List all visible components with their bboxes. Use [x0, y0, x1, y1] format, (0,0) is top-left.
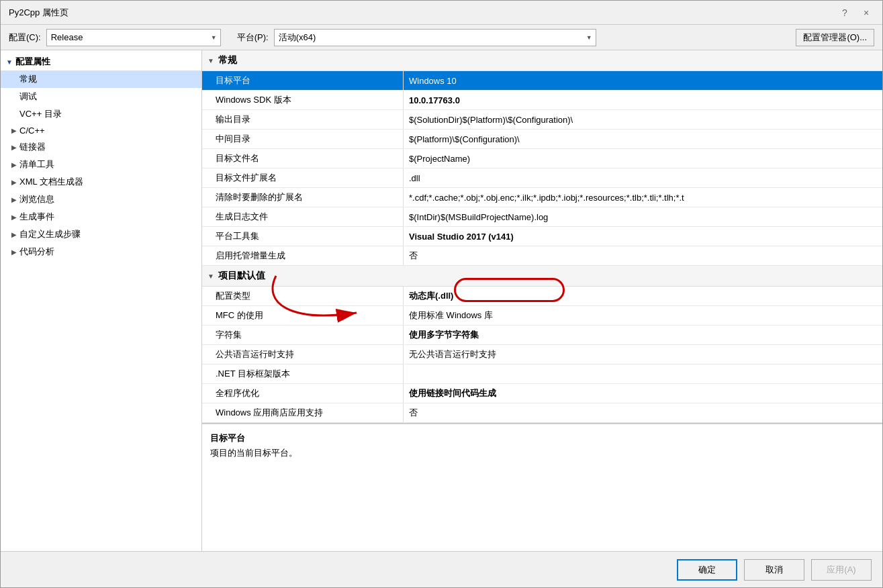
prop-value-0-2: $(SolutionDir)$(Platform)\$(Configuratio… — [404, 110, 882, 129]
expandable-label: 链接器 — [19, 141, 46, 153]
description-area: 目标平台 项目的当前目标平台。 — [202, 423, 882, 477]
description-text: 项目的当前目标平台。 — [210, 447, 874, 459]
sidebar-section-label: 配置属性 — [15, 56, 50, 68]
section-triangle-0: ▼ — [207, 57, 214, 64]
prop-name-0-8: 平台工具集 — [202, 227, 404, 246]
prop-name-0-1: Windows SDK 版本 — [202, 91, 404, 109]
section-header-1[interactable]: ▼项目默认值 — [202, 266, 882, 287]
prop-row-0-2[interactable]: 输出目录$(SolutionDir)$(Platform)\$(Configur… — [202, 110, 882, 130]
apply-button[interactable]: 应用(A) — [811, 559, 872, 581]
property-section-0: ▼常规目标平台Windows 10Windows SDK 版本10.0.1776… — [202, 50, 882, 266]
sidebar-expandable-9[interactable]: ▶自定义生成步骤 — [1, 226, 201, 243]
expandable-label: 生成事件 — [19, 211, 54, 223]
prop-name-0-7: 生成日志文件 — [202, 207, 404, 226]
expandable-triangle: ▶ — [11, 144, 17, 151]
config-select-wrapper: Release — [46, 29, 221, 46]
prop-value-0-5: .dll — [404, 168, 882, 187]
sidebar-item-0[interactable]: 常规 — [1, 70, 201, 88]
expandable-label: XML 文档生成器 — [19, 176, 83, 188]
prop-row-0-6[interactable]: 清除时要删除的扩展名*.cdf;*.cache;*.obj;*.obj.enc;… — [202, 188, 882, 207]
sidebar-expandable-10[interactable]: ▶代码分析 — [1, 243, 201, 260]
prop-value-1-1: 使用标准 Windows 库 — [404, 306, 882, 325]
sidebar-expandable-4[interactable]: ▶链接器 — [1, 138, 201, 156]
config-manager-button[interactable]: 配置管理器(O)... — [796, 29, 874, 46]
right-panel: ▼常规目标平台Windows 10Windows SDK 版本10.0.1776… — [202, 50, 882, 551]
prop-row-0-8[interactable]: 平台工具集Visual Studio 2017 (v141) — [202, 227, 882, 246]
prop-value-0-0: Windows 10 — [404, 71, 882, 90]
sidebar-item-1[interactable]: 调试 — [1, 88, 201, 105]
prop-name-0-4: 目标文件名 — [202, 149, 404, 168]
description-title: 目标平台 — [210, 432, 874, 444]
config-select[interactable]: Release — [46, 29, 221, 46]
expandable-triangle: ▶ — [11, 127, 17, 134]
prop-value-0-9: 否 — [404, 246, 882, 265]
prop-row-0-5[interactable]: 目标文件扩展名.dll — [202, 168, 882, 188]
platform-select-wrapper: 活动(x64) — [274, 29, 596, 46]
prop-value-1-5: 使用链接时间代码生成 — [404, 384, 882, 403]
expandable-triangle: ▶ — [11, 196, 17, 203]
prop-name-0-3: 中间目录 — [202, 130, 404, 148]
prop-row-1-5[interactable]: 全程序优化使用链接时间代码生成 — [202, 384, 882, 403]
sidebar-expandable-6[interactable]: ▶XML 文档生成器 — [1, 173, 201, 191]
prop-row-0-3[interactable]: 中间目录$(Platform)\$(Configuration)\ — [202, 130, 882, 149]
expandable-label: 清单工具 — [19, 158, 54, 170]
expandable-triangle: ▶ — [11, 213, 17, 221]
prop-row-1-6[interactable]: Windows 应用商店应用支持否 — [202, 403, 882, 423]
prop-name-1-5: 全程序优化 — [202, 384, 404, 403]
expandable-label: 浏览信息 — [19, 193, 54, 205]
platform-select[interactable]: 活动(x64) — [274, 29, 596, 46]
section-title-0: 常规 — [218, 54, 237, 66]
property-section-1: ▼项目默认值配置类型动态库(.dll)MFC 的使用使用标准 Windows 库… — [202, 266, 882, 423]
prop-value-0-7: $(IntDir)$(MSBuildProjectName).log — [404, 207, 882, 226]
prop-name-0-2: 输出目录 — [202, 110, 404, 129]
prop-name-1-6: Windows 应用商店应用支持 — [202, 403, 404, 422]
prop-name-1-0: 配置类型 — [202, 287, 404, 305]
prop-value-1-2: 使用多字节字符集 — [404, 326, 882, 344]
prop-value-1-0: 动态库(.dll) — [404, 287, 882, 305]
prop-row-0-9[interactable]: 启用托管增量生成否 — [202, 246, 882, 266]
prop-row-0-7[interactable]: 生成日志文件$(IntDir)$(MSBuildProjectName).log — [202, 207, 882, 227]
prop-name-1-1: MFC 的使用 — [202, 306, 404, 325]
prop-name-1-2: 字符集 — [202, 326, 404, 344]
prop-name-0-0: 目标平台 — [202, 71, 404, 90]
prop-value-0-4: $(ProjectName) — [404, 149, 882, 168]
sidebar-item-2[interactable]: VC++ 目录 — [1, 105, 201, 123]
cancel-button[interactable]: 取消 — [744, 559, 804, 581]
prop-value-0-6: *.cdf;*.cache;*.obj;*.obj.enc;*.ilk;*.ip… — [404, 188, 882, 207]
expandable-triangle: ▶ — [11, 248, 17, 256]
expandable-label: C/C++ — [19, 126, 45, 136]
sidebar-section-header[interactable]: ▼ 配置属性 — [1, 53, 201, 70]
expandable-triangle: ▶ — [11, 179, 17, 186]
prop-row-1-4[interactable]: .NET 目标框架版本 — [202, 364, 882, 384]
prop-row-0-0[interactable]: 目标平台Windows 10 — [202, 71, 882, 91]
ok-button[interactable]: 确定 — [677, 559, 737, 581]
prop-row-0-1[interactable]: Windows SDK 版本10.0.17763.0 — [202, 91, 882, 110]
prop-row-1-0[interactable]: 配置类型动态库(.dll) — [202, 287, 882, 306]
prop-name-0-6: 清除时要删除的扩展名 — [202, 188, 404, 207]
sidebar-expandable-8[interactable]: ▶生成事件 — [1, 208, 201, 226]
help-button[interactable]: ? — [837, 6, 853, 19]
prop-row-1-3[interactable]: 公共语言运行时支持无公共语言运行时支持 — [202, 345, 882, 364]
expandable-label: 代码分析 — [19, 246, 54, 258]
prop-name-0-9: 启用托管增量生成 — [202, 246, 404, 265]
prop-name-1-3: 公共语言运行时支持 — [202, 345, 404, 364]
prop-row-1-2[interactable]: 字符集使用多字节字符集 — [202, 326, 882, 345]
sidebar: ▼ 配置属性 常规调试VC++ 目录▶C/C++▶链接器▶清单工具▶XML 文档… — [1, 50, 202, 551]
section-header-0[interactable]: ▼常规 — [202, 50, 882, 71]
prop-name-1-4: .NET 目标框架版本 — [202, 364, 404, 383]
sidebar-expandable-5[interactable]: ▶清单工具 — [1, 156, 201, 173]
section-triangle: ▼ — [6, 58, 13, 66]
config-label: 配置(C): — [9, 32, 41, 44]
close-button[interactable]: × — [858, 6, 874, 19]
sidebar-expandable-3[interactable]: ▶C/C++ — [1, 123, 201, 138]
sidebar-expandable-7[interactable]: ▶浏览信息 — [1, 191, 201, 208]
prop-row-1-1[interactable]: MFC 的使用使用标准 Windows 库 — [202, 306, 882, 326]
expandable-triangle: ▶ — [11, 231, 17, 238]
expandable-triangle: ▶ — [11, 161, 17, 168]
prop-value-1-3: 无公共语言运行时支持 — [404, 345, 882, 364]
section-title-1: 项目默认值 — [218, 270, 265, 282]
prop-value-1-4 — [404, 364, 882, 383]
expandable-label: 自定义生成步骤 — [19, 228, 81, 240]
section-triangle-1: ▼ — [207, 273, 214, 280]
prop-row-0-4[interactable]: 目标文件名$(ProjectName) — [202, 149, 882, 168]
